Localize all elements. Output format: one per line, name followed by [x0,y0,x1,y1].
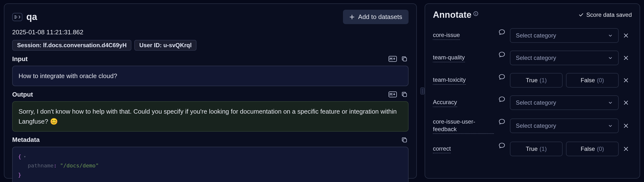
copy-icon[interactable] [400,136,408,144]
metadata-section: Metadata { ▾ pathname: "/docs/demo" } [12,135,408,182]
annotate-row: AccuracySelect category [433,95,632,110]
score-label[interactable]: team-quality [433,53,465,62]
output-heading: Output [12,91,388,98]
trace-header: qa Add to datasets [12,10,408,24]
annotate-header: Annotate Score data saved [433,10,632,20]
add-to-datasets-label: Add to datasets [358,13,402,21]
comment-icon[interactable] [495,73,508,88]
output-section: Output Sorry, I don't know how to help w… [12,90,408,132]
comment-icon[interactable] [495,142,508,156]
markdown-toggle-icon[interactable] [388,90,397,99]
user-chip[interactable]: User ID: u-svQKrql [134,40,196,51]
score-label[interactable]: correct [433,145,451,153]
annotate-rows: core-issueSelect categoryteam-qualitySel… [433,28,632,156]
svg-rect-2 [403,58,406,61]
session-chip[interactable]: Session: lf.docs.conversation.d4C69yH [12,40,132,51]
annotate-panel: Annotate Score data saved core-issueSele… [424,3,640,179]
category-select[interactable]: Select category [510,95,619,110]
trace-title: qa [26,12,339,22]
true-button[interactable]: True(1) [510,142,562,156]
select-placeholder: Select category [516,54,556,61]
score-label[interactable]: team-toxicity [433,76,466,84]
delete-score-icon[interactable] [620,33,632,38]
false-label: False [580,77,595,84]
input-section: Input How to integrate with oracle cloud… [12,54,408,86]
delete-score-icon[interactable] [620,100,632,106]
metadata-heading: Metadata [12,136,400,144]
resize-handle[interactable] [420,87,424,95]
delete-score-icon[interactable] [620,146,632,152]
output-content: Sorry, I don't know how to help with tha… [12,101,408,132]
false-button[interactable]: False(0) [566,142,619,156]
comment-icon[interactable] [495,118,508,134]
trace-detail-panel: qa Add to datasets 2025-01-08 11:21:31.8… [4,3,417,179]
true-count: (1) [540,77,547,84]
trace-type-badge [12,13,22,21]
true-button[interactable]: True(1) [510,73,562,88]
true-count: (1) [540,146,547,152]
metadata-pathname: "/docs/demo" [60,163,99,169]
select-placeholder: Select category [516,122,556,129]
false-button[interactable]: False(0) [566,73,619,88]
category-select[interactable]: Select category [510,28,619,43]
boolean-group: True(1)False(0) [510,73,619,88]
input-heading: Input [12,55,388,63]
score-label[interactable]: core-issue-user-feedback [433,118,494,134]
boolean-group: True(1)False(0) [510,142,619,156]
false-label: False [580,146,595,152]
trace-timestamp: 2025-01-08 11:21:31.862 [12,28,408,36]
saved-text: Score data saved [586,11,632,18]
score-label[interactable]: core-issue [433,31,460,40]
select-placeholder: Select category [516,32,556,39]
comment-icon[interactable] [495,95,508,110]
saved-indicator: Score data saved [578,11,632,18]
comment-icon[interactable] [495,28,508,43]
copy-icon[interactable] [400,90,408,99]
annotate-row: correctTrue(1)False(0) [433,142,632,156]
delete-score-icon[interactable] [620,77,632,83]
annotate-row: core-issueSelect category [433,28,632,43]
delete-score-icon[interactable] [620,123,632,129]
svg-rect-4 [403,93,406,97]
select-placeholder: Select category [516,99,556,106]
false-count: (0) [597,77,604,84]
info-icon[interactable] [473,11,478,16]
markdown-toggle-icon[interactable] [388,55,397,63]
metadata-content: { ▾ pathname: "/docs/demo" } [12,147,408,182]
annotate-row: team-toxicityTrue(1)False(0) [433,73,632,88]
svg-rect-5 [403,139,406,142]
category-select[interactable]: Select category [510,51,619,65]
comment-icon[interactable] [495,51,508,65]
true-label: True [526,146,538,152]
add-to-datasets-button[interactable]: Add to datasets [343,10,408,24]
delete-score-icon[interactable] [620,55,632,61]
false-count: (0) [597,146,604,152]
copy-icon[interactable] [400,55,408,63]
category-select[interactable]: Select category [510,119,619,133]
trace-chips: Session: lf.docs.conversation.d4C69yH Us… [12,40,408,51]
annotate-row: team-qualitySelect category [433,51,632,65]
true-label: True [526,77,538,84]
annotate-title: Annotate [433,10,472,20]
score-label[interactable]: Accuracy [433,98,457,107]
annotate-row: core-issue-user-feedbackSelect category [433,118,632,134]
input-content: How to integrate with oracle cloud? [12,66,408,86]
